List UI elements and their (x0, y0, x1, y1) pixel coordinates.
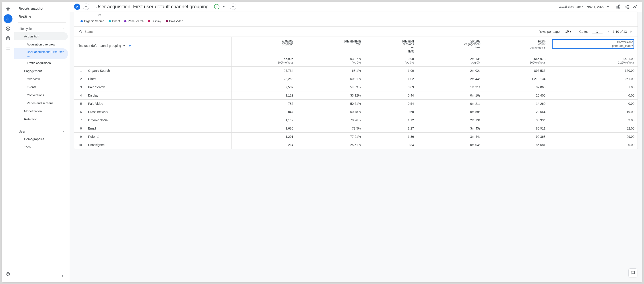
page-header: A + User acquisition: First user default… (70, 2, 642, 12)
svg-point-14 (633, 273, 633, 273)
sidebar-nav: Reports snapshotRealtime Life cycleAcqui… (14, 2, 70, 282)
sidebar-group[interactable]: Monetization (14, 107, 68, 115)
svg-rect-3 (617, 6, 618, 8)
customize-report-icon[interactable] (616, 4, 621, 9)
sidebar-item[interactable]: Overview (14, 75, 68, 83)
sidebar-item[interactable]: Pages and screens (14, 99, 68, 107)
share-icon[interactable] (624, 4, 629, 9)
sidebar-group[interactable]: Tech (14, 143, 68, 151)
search-input[interactable] (84, 30, 129, 34)
column-header[interactable]: Conversions (553, 40, 633, 44)
left-rail (2, 2, 14, 282)
admin-gear-icon[interactable] (4, 270, 12, 279)
table-row[interactable]: 8Email1,68572.5%1.273m 45s80,91182.00 (74, 124, 638, 133)
sidebar-item[interactable]: Events (14, 83, 68, 91)
sidebar-section-header[interactable]: User (14, 127, 70, 135)
sidebar-group[interactable]: Demographics (14, 135, 68, 143)
add-filter-button[interactable]: + (230, 4, 236, 10)
sidebar-section-header[interactable]: Life cycle (14, 24, 70, 32)
explore-icon[interactable] (4, 24, 12, 33)
column-header[interactable]: Averageengagementtime (420, 39, 480, 49)
chart-month-label: Oct (96, 14, 631, 17)
column-header[interactable]: Engagedsessionsperuser (367, 39, 414, 52)
legend-item[interactable]: Display (148, 20, 161, 23)
advertising-icon[interactable] (4, 34, 12, 43)
sidebar-group[interactable]: Acquisition (14, 32, 68, 40)
collapse-sidebar-button[interactable] (59, 272, 66, 280)
data-table: First user defa…annel grouping▾+Engageds… (74, 36, 638, 149)
status-dropdown-caret[interactable]: ▾ (223, 5, 224, 8)
sidebar-item[interactable]: Realtime (14, 12, 68, 20)
chart-legend: Organic SearchDirectPaid SearchDisplayPa… (80, 20, 631, 23)
table-row[interactable]: 3Paid Search2,53754.59%0.691m 31s82,0693… (74, 83, 638, 92)
next-page-button[interactable] (629, 30, 633, 34)
date-range-label: Last 28 days (558, 5, 574, 8)
add-dimension-button[interactable]: + (128, 43, 131, 48)
svg-point-9 (633, 7, 634, 8)
add-comparison-button[interactable]: + (83, 4, 89, 10)
sidebar-item[interactable]: Conversions (14, 91, 68, 99)
sidebar-item[interactable]: Acquisition overview (14, 40, 68, 48)
svg-rect-5 (619, 7, 620, 8)
feedback-button[interactable] (628, 268, 637, 277)
chart-area: Oct Organic SearchDirectPaid SearchDispl… (74, 12, 638, 26)
chevron-down-icon: ▾ (607, 5, 609, 8)
column-header[interactable]: Engagementrate (300, 39, 361, 46)
svg-point-12 (636, 5, 637, 6)
table-row[interactable]: 2Direct28,26360.91%1.022m 44s1,213,13496… (74, 75, 638, 83)
home-icon[interactable] (4, 4, 12, 14)
svg-point-2 (7, 38, 9, 39)
table-row[interactable]: 6Cross-network84750.78%0.600m 58s22,5641… (74, 108, 638, 116)
table-row[interactable]: 4Display1,11933.12%0.440m 16s25,4060.00 (74, 92, 638, 100)
table-row[interactable]: 10Unassigned21425.51%0.340m 04s85,5810.0… (74, 141, 638, 149)
svg-rect-4 (618, 6, 618, 8)
column-subselect[interactable]: All events ▾ (486, 46, 546, 50)
dimension-picker[interactable]: First user defa…annel grouping▾+ (78, 43, 228, 48)
svg-point-0 (6, 27, 10, 30)
search-icon (79, 30, 83, 34)
table-row[interactable]: 5Paid Video78650.61%0.540m 21s14,2600.00 (74, 100, 638, 108)
rows-per-page-label: Rows per page: (538, 30, 560, 34)
goto-input[interactable] (592, 30, 602, 34)
legend-item[interactable]: Paid Video (166, 20, 183, 23)
sidebar-item[interactable]: Reports snapshot (14, 4, 68, 12)
sidebar-group[interactable]: Engagement (14, 67, 68, 75)
sidebar-group[interactable]: Retention (14, 115, 68, 123)
table-row[interactable]: 7Organic Social1,14278.76%1.122m 19s38,9… (74, 116, 638, 124)
table-row[interactable]: 1Organic Search25,73468.1%1.002m 02s896,… (74, 67, 638, 75)
configure-icon[interactable] (4, 44, 12, 52)
column-header[interactable]: Engagedsessions (234, 39, 294, 46)
audience-chip[interactable]: A (74, 4, 80, 10)
column-header[interactable]: Eventcount (486, 39, 546, 46)
rows-per-page-select[interactable]: 10 ▾ (564, 29, 575, 34)
reports-icon[interactable] (4, 14, 12, 23)
sidebar-item[interactable]: User acquisition: First user … (14, 48, 68, 59)
legend-item[interactable]: Direct (108, 20, 120, 23)
table-search[interactable] (79, 30, 536, 34)
svg-point-10 (634, 6, 635, 7)
date-range-value: Oct 5 - Nov 1, 2022 (576, 5, 604, 9)
status-check-icon[interactable] (214, 4, 220, 9)
prev-page-button[interactable] (606, 30, 610, 34)
legend-item[interactable]: Organic Search (80, 20, 104, 23)
table-row[interactable]: 9Referral1,29177.21%1.363m 44s90,36829.0… (74, 133, 638, 141)
page-range: 1-10 of 13 (613, 30, 627, 34)
report-card: Oct Organic SearchDirectPaid SearchDispl… (74, 12, 638, 149)
main-area: A + User acquisition: First user default… (70, 2, 642, 282)
column-subselect[interactable]: generate_lead ▾ (553, 44, 633, 48)
date-range-picker[interactable]: Last 28 days Oct 5 - Nov 1, 2022 ▾ (558, 5, 609, 9)
svg-point-11 (635, 7, 636, 8)
legend-item[interactable]: Paid Search (124, 20, 144, 23)
page-title: User acquisition: First user default cha… (96, 4, 209, 10)
sidebar-item[interactable]: Traffic acquisition (14, 59, 68, 67)
goto-label: Go to: (579, 30, 588, 34)
insights-icon[interactable] (633, 4, 638, 9)
